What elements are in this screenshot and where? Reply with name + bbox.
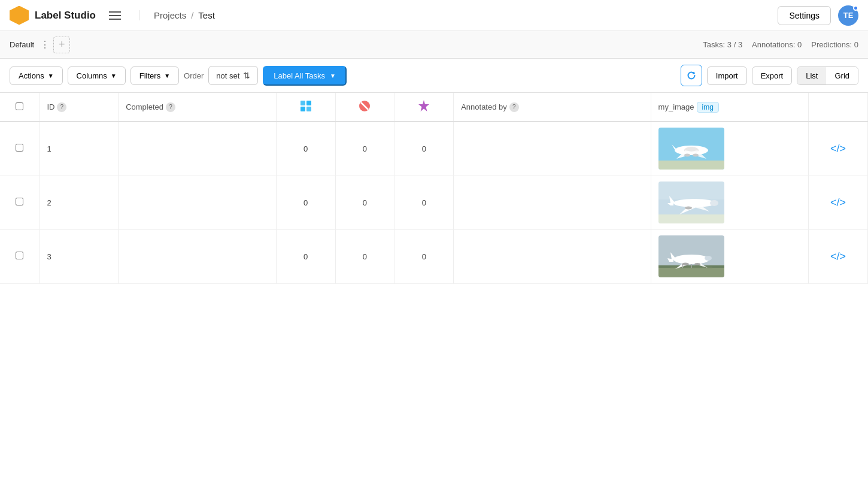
select-all-checkbox[interactable] — [16, 102, 23, 110]
columns-button[interactable]: Columns ▼ — [68, 66, 126, 85]
row3-plane-thumbnail — [658, 235, 724, 277]
app-title: Label Studio — [35, 10, 96, 22]
svg-point-32 — [705, 256, 712, 261]
id-help-icon[interactable]: ? — [57, 102, 66, 112]
row1-check — [0, 122, 40, 176]
topbar: Label Studio Projects / Test Settings TE — [0, 0, 868, 31]
logo-area: Label Studio — [10, 6, 129, 25]
row2-image[interactable] — [651, 176, 809, 229]
refresh-button[interactable] — [681, 65, 702, 86]
filters-caret: ▼ — [164, 72, 170, 79]
completed-help-icon[interactable]: ? — [166, 102, 175, 112]
row1-image[interactable] — [651, 122, 809, 176]
export-button[interactable]: Export — [752, 66, 793, 85]
filters-button[interactable]: Filters ▼ — [130, 66, 179, 85]
toolbar: Actions ▼ Columns ▼ Filters ▼ Order not … — [0, 59, 868, 93]
logo-icon — [10, 6, 29, 25]
svg-rect-3 — [306, 107, 311, 111]
col-header-id: ID ? — [40, 93, 119, 122]
row2-annotations: 0 — [276, 176, 335, 229]
label-all-tasks-button[interactable]: Label All Tasks ▼ — [263, 66, 347, 86]
table-row: 2 0 0 0 — [0, 176, 868, 229]
svg-rect-7 — [658, 161, 724, 170]
avatar[interactable]: TE — [838, 5, 858, 26]
import-button[interactable]: Import — [707, 66, 747, 85]
hamburger-menu[interactable] — [109, 11, 121, 20]
svg-point-36 — [682, 263, 689, 266]
col-header-my-image: my_image img — [651, 93, 809, 122]
breadcrumb-current: Test — [198, 10, 215, 20]
col-header-check — [0, 93, 40, 122]
list-view-button[interactable]: List — [797, 67, 826, 84]
row2-annotated-by — [454, 176, 651, 229]
svg-point-37 — [694, 263, 700, 265]
breadcrumb-projects[interactable]: Projects — [154, 10, 186, 20]
order-label: Order — [184, 71, 204, 80]
svg-rect-1 — [306, 101, 311, 105]
row1-plane-thumbnail — [658, 128, 724, 170]
col-header-annotations-icon — [276, 93, 335, 122]
row3-annotations: 0 — [276, 229, 335, 283]
tasks-table-container: ID ? Completed ? — [0, 93, 868, 284]
annotations-count: Annotations: 0 — [752, 40, 802, 49]
row1-annotations: 0 — [276, 122, 335, 176]
table-header-row: ID ? Completed ? — [0, 93, 868, 122]
row1-predictions: 0 — [335, 122, 394, 176]
refresh-icon — [687, 71, 696, 80]
row3-ai: 0 — [394, 229, 454, 283]
row3-code-symbol[interactable]: </> — [830, 250, 846, 262]
col-header-annotated-by: Annotated by ? — [454, 93, 651, 122]
row3-predictions: 0 — [335, 229, 394, 283]
tasks-table: ID ? Completed ? — [0, 93, 868, 284]
view-options-dots[interactable]: ⋮ — [37, 37, 53, 53]
label-all-tasks-caret: ▼ — [330, 72, 336, 79]
row2-plane-thumbnail — [658, 182, 724, 223]
row3-id[interactable]: 3 — [40, 229, 119, 283]
add-view-button[interactable]: + — [53, 37, 70, 53]
subheader: Default ⋮ + Tasks: 3 / 3 Annotations: 0 … — [0, 31, 868, 59]
col-header-ai-icon — [394, 93, 454, 122]
settings-button[interactable]: Settings — [778, 6, 831, 25]
row1-checkbox[interactable] — [16, 144, 23, 152]
row2-checkbox[interactable] — [16, 198, 23, 205]
svg-point-14 — [684, 154, 690, 157]
view-tab-default[interactable]: Default — [10, 40, 34, 49]
row1-ai: 0 — [394, 122, 454, 176]
breadcrumb-separator: / — [191, 10, 193, 20]
row1-code-icon[interactable]: </> — [809, 122, 868, 176]
svg-rect-2 — [301, 107, 305, 111]
row2-code-icon[interactable]: </> — [809, 176, 868, 229]
row2-completed — [119, 176, 277, 229]
order-value[interactable]: not set ⇅ — [208, 66, 258, 85]
actions-caret: ▼ — [48, 72, 54, 79]
row3-annotated-by — [454, 229, 651, 283]
avatar-notification-dot — [853, 5, 858, 11]
table-row: 3 0 0 0 — [0, 229, 868, 283]
grid-view-button[interactable]: Grid — [826, 67, 858, 84]
svg-point-25 — [685, 207, 692, 210]
row2-check — [0, 176, 40, 229]
row2-code-symbol[interactable]: </> — [830, 196, 846, 208]
row1-code-symbol[interactable]: </> — [830, 143, 846, 155]
order-sort-icon: ⇅ — [243, 71, 250, 80]
ai-icon — [417, 99, 431, 113]
annotated-by-help-icon[interactable]: ? — [509, 102, 519, 112]
tasks-count: Tasks: 3 / 3 — [703, 40, 742, 49]
actions-button[interactable]: Actions ▼ — [10, 66, 63, 85]
subheader-stats: Tasks: 3 / 3 Annotations: 0 Predictions:… — [703, 40, 858, 49]
svg-rect-0 — [301, 101, 305, 105]
row2-id[interactable]: 2 — [40, 176, 119, 229]
row1-id[interactable]: 1 — [40, 122, 119, 176]
row2-predictions: 0 — [335, 176, 394, 229]
svg-point-21 — [710, 200, 718, 206]
svg-rect-17 — [658, 214, 724, 223]
row3-image[interactable] — [651, 229, 809, 283]
col-header-completed: Completed ? — [119, 93, 277, 122]
row3-code-icon[interactable]: </> — [809, 229, 868, 283]
row2-ai: 0 — [394, 176, 454, 229]
table-row: 1 0 0 0 — [0, 122, 868, 176]
row3-checkbox[interactable] — [16, 252, 23, 259]
svg-point-15 — [693, 154, 699, 157]
view-toggle: List Grid — [797, 66, 858, 85]
predictions-icon — [357, 99, 372, 113]
